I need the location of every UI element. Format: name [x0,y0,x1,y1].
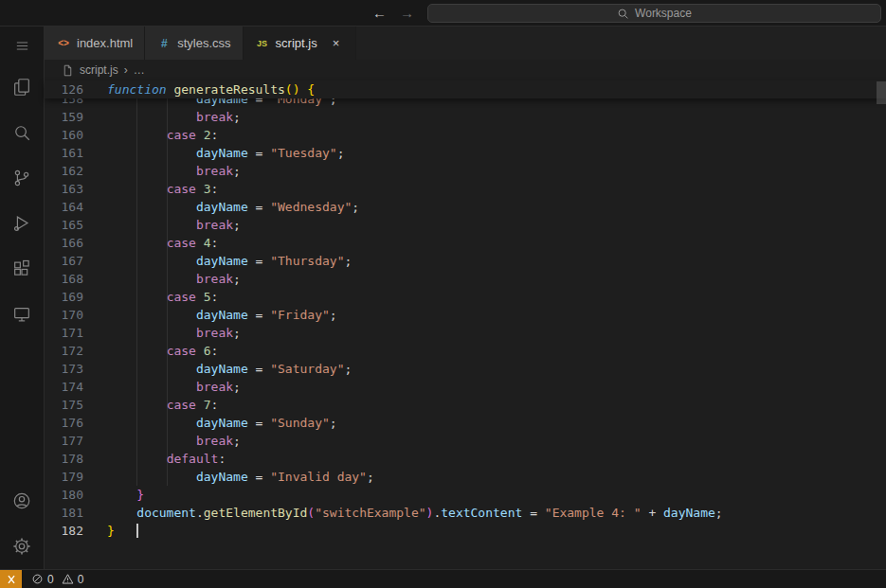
gutter-decoration [83,144,107,162]
code-line[interactable]: 168 break; [45,270,886,288]
code-token: ; [233,380,241,394]
activity-explorer[interactable] [0,64,44,110]
gutter-decoration [83,198,107,216]
remote-indicator[interactable] [0,570,22,588]
gutter-decoration [83,108,107,126]
code-line[interactable]: 175 case 7: [45,396,886,414]
code-token [107,308,196,322]
gutter-decoration [83,126,107,144]
scrollbar-thumb[interactable] [877,81,886,104]
js-file-icon: JS [255,39,270,48]
code-token: 5 [204,290,211,304]
line-number: 182 [45,522,83,540]
gutter-decoration [83,432,107,450]
code-token: 2 [204,128,211,142]
line-number: 180 [45,486,83,504]
code-token: dayName [196,98,248,106]
code-token: : [211,182,219,196]
code-token: ; [367,470,374,484]
code-token [107,488,136,502]
code-token: dayName [196,308,248,322]
code-line[interactable]: 177 break; [45,432,886,450]
code-text: dayName = "Sunday"; [107,414,337,432]
code-line[interactable]: 172 case 6: [45,342,886,360]
code-line[interactable]: 164 dayName = "Wednesday"; [45,198,886,216]
search-icon [11,122,32,143]
menu-button[interactable] [0,27,44,64]
code-text: dayName = "Thursday"; [107,252,352,270]
code-token: dayName [196,470,248,484]
back-arrow-icon[interactable]: ← [372,5,387,21]
code-line[interactable]: 159 break; [45,108,886,126]
code-token: break [196,434,233,448]
code-token: default [167,452,219,466]
code-line[interactable]: 169 case 5: [45,288,886,306]
code-token: = [530,506,537,520]
activity-extensions[interactable] [0,246,44,292]
activity-run-and-debug[interactable] [0,201,44,246]
code-token [248,98,256,106]
code-line[interactable]: 173 dayName = "Saturday"; [45,360,886,378]
gutter-decoration [83,180,107,198]
code-token: . [196,506,204,520]
code-text: case 6: [107,342,218,360]
breadcrumb-symbol-more[interactable]: … [134,63,145,77]
settings-button[interactable] [0,524,44,569]
code-line[interactable]: 162 break; [45,162,886,180]
code-line[interactable]: 182} [45,522,886,540]
remote-explorer-icon [11,304,32,325]
code-line[interactable]: 163 case 3: [45,180,886,198]
code-line[interactable]: 167 dayName = "Thursday"; [45,252,886,270]
code-token: } [107,524,115,538]
code-line[interactable]: 180 } [45,486,886,504]
line-number: 126 [45,80,83,98]
code-line[interactable]: 181 document.getElementById("switchExamp… [45,504,886,522]
code-token: ; [330,416,337,430]
code-line[interactable]: 170 dayName = "Friday"; [45,306,886,324]
tab-index-html[interactable]: <> index.html [45,27,145,60]
code-line[interactable]: 178 default: [45,450,886,468]
code-token: ; [352,200,359,214]
code-token: : [211,398,219,412]
run-debug-icon [11,213,32,234]
code-token: case [167,182,196,196]
code-token [196,344,204,358]
code-token: "Thursday" [270,254,344,268]
problems-status[interactable]: 0 0 [31,573,87,586]
gutter-decoration [83,360,107,378]
activity-source-control[interactable] [0,155,44,201]
code-line[interactable]: 161 dayName = "Tuesday"; [45,144,886,162]
sticky-scroll-line[interactable]: 126 function generateResults() { [45,80,886,98]
code-line[interactable]: 176 dayName = "Sunday"; [45,414,886,432]
code-text: case 5: [107,288,218,306]
code-token [107,110,196,124]
code-token [107,98,196,106]
code-token: 3 [204,182,211,196]
tab-script-js[interactable]: JS script.js × [244,27,356,60]
code-token: ; [337,146,345,160]
code-line[interactable]: 158 dayName = "Monday"; [45,98,886,108]
close-icon[interactable]: × [329,36,344,51]
tab-styles-css[interactable]: # styles.css [145,27,243,60]
code-token [107,434,196,448]
code-line[interactable]: 171 break; [45,324,886,342]
forward-arrow-icon[interactable]: → [400,5,414,21]
activity-search[interactable] [0,110,44,155]
code-line[interactable]: 179 dayName = "Invalid day"; [45,468,886,486]
code-token: dayName [663,506,715,520]
code-line[interactable]: 165 break; [45,216,886,234]
code-text: dayName = "Tuesday"; [107,144,344,162]
account-button[interactable] [0,478,44,524]
breadcrumb-separator: › [124,63,128,77]
gutter-decoration [83,450,107,468]
code-token: break [196,218,233,232]
activity-remote-explorer[interactable] [0,292,44,337]
command-center-search[interactable]: Workspace [427,4,881,23]
breadcrumb-file[interactable]: script.js [80,63,118,77]
line-number: 173 [45,360,83,378]
line-number: 163 [45,180,83,198]
code-line[interactable]: 166 case 4: [45,234,886,252]
line-number: 177 [45,432,83,450]
code-line[interactable]: 174 break; [45,378,886,396]
code-line[interactable]: 160 case 2: [45,126,886,144]
